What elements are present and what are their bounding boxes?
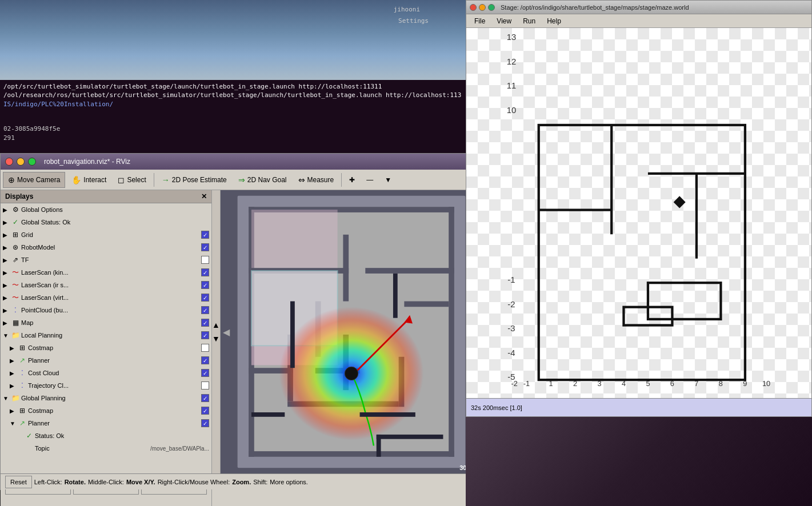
interact-button[interactable]: ✋ Interact <box>66 172 111 188</box>
global-planning-checkbox[interactable] <box>201 394 209 402</box>
rviz-close-button[interactable] <box>5 158 13 166</box>
laserscan-kin-label: LaserScan (kin... <box>21 269 200 276</box>
rviz-window: robot_navigation.rviz* - RViz ⊕ Move Cam… <box>0 153 483 490</box>
svg-text:-5: -5 <box>507 372 515 381</box>
rviz-minimize-button[interactable] <box>17 158 25 166</box>
tf-checkbox[interactable] <box>201 256 209 264</box>
svg-text:-2: -2 <box>507 300 515 309</box>
rviz-title: robot_navigation.rviz* - RViz <box>44 158 130 166</box>
display-cost-cloud[interactable]: ▶ ⁚ Cost Cloud <box>1 367 211 379</box>
display-pointcloud[interactable]: ▶ ⁚ PointCloud (bu... <box>1 304 211 316</box>
pose-estimate-button[interactable]: → 2D Pose Estimate <box>157 172 232 188</box>
svg-text:12: 12 <box>507 57 517 66</box>
display-local-planning[interactable]: ▼ 📁 Local Planning <box>1 329 211 342</box>
display-laserscan-virt[interactable]: ▶ 〜 LaserScan (virt... <box>1 291 211 304</box>
display-global-options[interactable]: ▶ ⚙ Global Options <box>1 203 211 216</box>
map-checkbox[interactable] <box>201 319 209 327</box>
laserscan-virt-checkbox[interactable] <box>201 294 209 302</box>
add-display-button[interactable]: ✚ <box>344 172 360 188</box>
remove-display-icon: — <box>366 176 373 184</box>
stage-viewport[interactable]: 13 12 11 10 1 2 3 4 5 6 7 8 9 10 -2 -1 -… <box>466 28 811 398</box>
display-robotmodel[interactable]: ▶ ⊛ RobotModel <box>1 241 211 254</box>
display-grid[interactable]: ▶ ⊞ Grid <box>1 228 211 241</box>
expand-arrow-map: ▶ <box>3 320 10 326</box>
more-options-button[interactable]: ▼ <box>379 172 397 188</box>
select-icon: ◻ <box>118 175 125 184</box>
terminal-line-2: /ool/research/ros/turtlebot/src/turtlebo… <box>3 91 462 99</box>
scroll-up-button[interactable]: ▲ <box>212 320 220 330</box>
stage-menu-file[interactable]: File <box>469 16 491 26</box>
display-planner-global[interactable]: ▼ ↗ Planner <box>1 417 211 429</box>
measure-button[interactable]: ⇔ Measure <box>293 172 339 188</box>
add-display-icon: ✚ <box>349 176 355 184</box>
pointcloud-checkbox[interactable] <box>201 306 209 314</box>
reset-button[interactable]: Reset <box>5 476 32 488</box>
displays-list[interactable]: ▶ ⚙ Global Options ▶ ✓ Global Status: Ok… <box>1 203 211 473</box>
display-global-planning[interactable]: ▼ 📁 Global Planning <box>1 392 211 404</box>
hint-left-action: Rotate. <box>65 479 86 485</box>
stage-close-button[interactable] <box>470 4 477 11</box>
display-planner-local[interactable]: ▶ ↗ Planner <box>1 354 211 367</box>
svg-text:13: 13 <box>507 33 517 42</box>
costmap-global-checkbox[interactable] <box>201 407 209 415</box>
stage-minimize-button[interactable] <box>479 4 486 11</box>
svg-rect-24 <box>360 412 415 417</box>
grid-label: Grid <box>21 231 200 238</box>
user-label: jihooni <box>394 6 420 13</box>
planner-global-label: Planner <box>28 420 200 427</box>
display-topic[interactable]: Topic /move_base/DWAPla... <box>1 442 211 455</box>
displays-close-button[interactable]: ✕ <box>201 192 207 200</box>
trajectory-cloud-checkbox[interactable] <box>201 381 209 389</box>
nav-goal-icon: ⇒ <box>238 175 245 184</box>
svg-text:-4: -4 <box>507 348 515 358</box>
svg-point-23 <box>345 367 358 380</box>
display-laserscan-kin[interactable]: ▶ 〜 LaserScan (kin... <box>1 266 211 279</box>
stage-menu-view[interactable]: View <box>491 16 517 26</box>
grid-checkbox[interactable] <box>201 231 209 239</box>
interact-label: Interact <box>83 176 106 184</box>
display-costmap-global[interactable]: ▶ ⊞ Costmap <box>1 404 211 417</box>
displays-panel: Displays ✕ ▶ ⚙ Global Options ▶ ✓ Global… <box>1 190 212 473</box>
svg-text:-3: -3 <box>507 324 515 333</box>
stage-menu-help[interactable]: Help <box>541 16 567 26</box>
pointcloud-label: PointCloud (bu... <box>21 307 200 314</box>
viewport-left-arrow[interactable]: ◀ <box>223 327 230 338</box>
laserscan-kin-checkbox[interactable] <box>201 268 209 276</box>
move-camera-button[interactable]: ⊕ Move Camera <box>3 172 65 188</box>
planner-local-checkbox[interactable] <box>201 356 209 364</box>
expand-arrow-status: ▶ <box>3 219 10 226</box>
cost-cloud-checkbox[interactable] <box>201 369 209 377</box>
nav-goal-button[interactable]: ⇒ 2D Nav Goal <box>233 172 292 188</box>
display-trajectory-cloud[interactable]: ▶ ⁚ Trajectory Cl... <box>1 379 211 392</box>
display-costmap-local[interactable]: ▶ ⊞ Costmap <box>1 342 211 354</box>
viewport-3d[interactable]: ◀ ▶ 30 fps <box>221 190 482 473</box>
laserscan-ir-checkbox[interactable] <box>201 281 209 289</box>
terminal-background: /opt/src/turtlebot_simulator/turtlebot_s… <box>0 0 466 154</box>
select-button[interactable]: ◻ Select <box>113 172 151 188</box>
scroll-down-button[interactable]: ▼ <box>212 334 220 343</box>
global-planning-label: Global Planning <box>21 395 200 401</box>
laserscan-ir-label: LaserScan (ir s... <box>21 282 200 288</box>
svg-rect-3 <box>249 451 454 457</box>
hint-shift-action: More options. <box>270 479 308 485</box>
display-tf[interactable]: ▶ ⇗ TF <box>1 254 211 266</box>
planner-local-label: Planner <box>28 357 200 364</box>
costmap-global-label: Costmap <box>28 407 200 414</box>
display-planner-status[interactable]: ✓ Status: Ok <box>1 429 211 442</box>
robotmodel-checkbox[interactable] <box>201 243 209 251</box>
display-map[interactable]: ▶ ▦ Map <box>1 316 211 329</box>
num-label: 291 <box>3 134 15 142</box>
stage-maximize-button[interactable] <box>488 4 495 11</box>
svg-rect-16 <box>404 302 449 307</box>
remove-display-button[interactable]: — <box>361 172 378 188</box>
rviz-maximize-button[interactable] <box>28 158 36 166</box>
tf-label: TF <box>21 256 200 263</box>
tf-icon: ⇗ <box>11 256 20 264</box>
display-laserscan-ir[interactable]: ▶ 〜 LaserScan (ir s... <box>1 279 211 291</box>
planner-global-checkbox[interactable] <box>201 419 209 427</box>
local-planning-checkbox[interactable] <box>201 331 209 339</box>
stage-statusbar: 32s 200msec [1.0] <box>466 398 811 416</box>
stage-menu-run[interactable]: Run <box>517 16 541 26</box>
costmap-local-checkbox[interactable] <box>201 344 209 352</box>
display-global-status[interactable]: ▶ ✓ Global Status: Ok <box>1 216 211 228</box>
